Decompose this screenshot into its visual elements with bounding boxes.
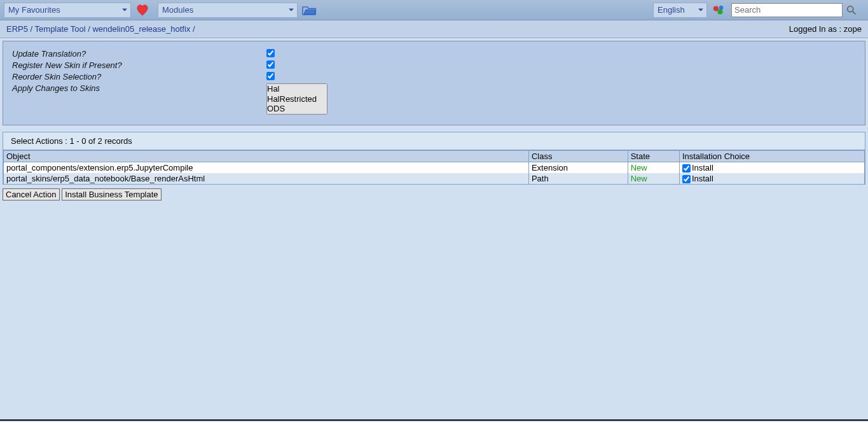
modules-dropdown[interactable]: Modules <box>158 3 298 18</box>
col-object: Object <box>4 150 529 162</box>
update-translation-label: Update Translation? <box>12 49 266 59</box>
svg-point-2 <box>719 5 724 10</box>
search-input[interactable] <box>731 3 843 17</box>
cell-class: Path <box>528 173 628 184</box>
install-button[interactable]: Install Business Template <box>62 188 161 200</box>
install-checkbox[interactable] <box>682 175 691 183</box>
modules-label: Modules <box>162 5 193 15</box>
skin-option[interactable]: ODS <box>267 104 327 114</box>
register-skin-checkbox[interactable] <box>266 60 275 69</box>
skin-option[interactable]: HalRestricted <box>267 94 327 104</box>
breadcrumb-path[interactable]: ERP5 / Template Tool / wendelin05_releas… <box>6 24 195 34</box>
search-icon[interactable] <box>843 3 860 18</box>
chevron-down-icon <box>121 5 128 15</box>
skin-option[interactable]: Hal <box>267 84 327 94</box>
form-panel: Update Translation? Register New Skin if… <box>3 41 865 125</box>
table-row: portal_components/extension.erp5.Jupyter… <box>4 162 865 173</box>
table-header-row: Object Class State Installation Choice <box>4 150 865 162</box>
actions-panel: Select Actions : 1 - 0 of 2 records Obje… <box>3 132 865 185</box>
breadcrumb-item[interactable]: Template Tool <box>35 24 86 34</box>
cell-object: portal_skins/erp5_data_notebook/Base_ren… <box>4 173 529 184</box>
language-label: English <box>658 5 685 15</box>
reorder-skin-checkbox[interactable] <box>266 72 275 80</box>
breadcrumb-item[interactable]: wendelin05_release_hotfix <box>92 24 190 34</box>
table-row: portal_skins/erp5_data_notebook/Base_ren… <box>4 173 865 184</box>
bottom-divider <box>0 419 868 421</box>
cell-state: New <box>628 173 679 184</box>
folder-icon[interactable] <box>300 3 318 18</box>
chevron-down-icon <box>288 5 294 15</box>
topbar: My Favourites Modules English <box>0 0 868 20</box>
cell-choice: Install <box>679 173 864 184</box>
skin-select[interactable]: HalHalRestrictedODS <box>266 83 327 115</box>
svg-point-3 <box>848 6 853 11</box>
col-state: State <box>628 150 679 162</box>
breadcrumb: ERP5 / Template Tool / wendelin05_releas… <box>0 20 868 38</box>
cell-class: Extension <box>528 162 628 173</box>
col-class: Class <box>528 150 628 162</box>
favourites-dropdown[interactable]: My Favourites <box>4 3 131 18</box>
update-translation-checkbox[interactable] <box>266 49 275 57</box>
favourites-label: My Favourites <box>8 5 60 15</box>
register-skin-label: Register New Skin if Present? <box>12 60 266 70</box>
actions-header: Select Actions : 1 - 0 of 2 records <box>3 132 865 150</box>
button-row: Cancel Action Install Business Template <box>3 188 865 200</box>
svg-line-4 <box>853 11 856 14</box>
translate-icon[interactable] <box>710 3 727 18</box>
reorder-skin-label: Reorder Skin Selection? <box>12 72 266 81</box>
svg-point-0 <box>713 6 719 11</box>
cell-state: New <box>628 162 679 173</box>
language-dropdown[interactable]: English <box>653 3 707 18</box>
actions-table: Object Class State Installation Choice p… <box>3 150 865 184</box>
install-checkbox[interactable] <box>682 164 691 172</box>
breadcrumb-item[interactable]: ERP5 <box>6 24 28 34</box>
install-label: Install <box>692 163 713 172</box>
install-label: Install <box>692 174 713 183</box>
login-status: Logged In as : zope <box>789 24 862 34</box>
chevron-down-icon <box>698 5 704 15</box>
cell-object: portal_components/extension.erp5.Jupyter… <box>4 162 529 173</box>
apply-changes-label: Apply Changes to Skins <box>12 83 266 93</box>
cancel-button[interactable]: Cancel Action <box>3 188 60 200</box>
cell-choice: Install <box>679 162 864 173</box>
svg-point-1 <box>717 9 722 14</box>
col-choice: Installation Choice <box>679 150 864 162</box>
heart-icon[interactable] <box>134 3 151 18</box>
